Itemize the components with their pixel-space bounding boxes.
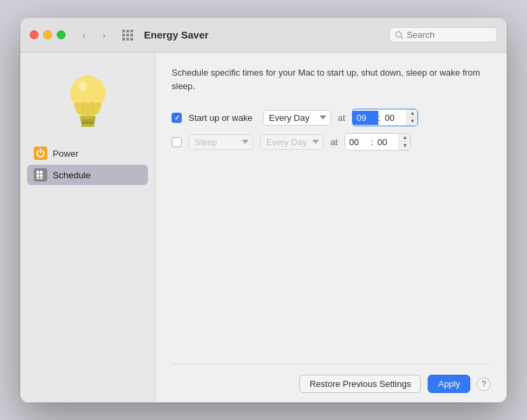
sleep-action-dropdown[interactable]: Sleep Shut Down Restart: [189, 134, 253, 150]
traffic-lights: [30, 30, 66, 39]
svg-rect-4: [80, 116, 96, 119]
svg-point-0: [396, 32, 401, 37]
startup-checkbox[interactable]: [172, 113, 182, 123]
sleep-time-increment[interactable]: ▲: [399, 134, 410, 142]
window-title: Energy Saver: [144, 29, 382, 41]
startup-row: Start up or wake Every Day Weekdays Week…: [172, 109, 491, 126]
energy-saver-window: ‹ › Energy Saver: [20, 18, 507, 402]
svg-line-1: [401, 36, 403, 38]
restore-button[interactable]: Restore Previous Settings: [299, 375, 421, 393]
sleep-minutes-input[interactable]: [373, 135, 399, 149]
svg-point-11: [78, 81, 86, 92]
close-button[interactable]: [30, 30, 39, 39]
svg-rect-12: [36, 171, 39, 174]
schedule-rows: Start up or wake Every Day Weekdays Week…: [172, 109, 491, 151]
search-box[interactable]: [389, 27, 497, 43]
apply-button[interactable]: Apply: [428, 375, 470, 393]
energy-saver-icon: [57, 68, 118, 128]
search-input[interactable]: [407, 30, 481, 40]
minimize-button[interactable]: [43, 30, 52, 39]
panel-description: Schedule specific times for your Mac to …: [172, 66, 491, 93]
svg-rect-7: [81, 124, 95, 127]
sidebar-item-schedule[interactable]: Schedule: [27, 165, 148, 185]
maximize-button[interactable]: [57, 30, 66, 39]
power-icon: [34, 147, 47, 160]
sidebar: Power Schedule: [20, 53, 155, 402]
sleep-time-stepper: ▲ ▼: [399, 134, 410, 150]
sidebar-item-power[interactable]: Power: [27, 143, 148, 163]
svg-rect-13: [40, 171, 43, 174]
bottom-bar: Restore Previous Settings Apply ?: [172, 363, 491, 393]
svg-rect-15: [40, 174, 43, 177]
sidebar-item-power-label: Power: [53, 149, 78, 159]
startup-hours-input[interactable]: [353, 111, 378, 125]
sleep-time-decrement[interactable]: ▼: [399, 142, 410, 150]
help-button[interactable]: ?: [477, 377, 491, 391]
startup-at-label: at: [338, 113, 345, 123]
search-icon: [395, 31, 403, 39]
nav-buttons: ‹ ›: [75, 28, 113, 42]
startup-day-dropdown[interactable]: Every Day Weekdays Weekends Monday Tuesd…: [263, 110, 331, 126]
main-content: Power Schedule: [20, 53, 507, 402]
titlebar: ‹ › Energy Saver: [20, 18, 507, 53]
startup-label: Start up or wake: [189, 113, 256, 123]
sleep-at-label: at: [330, 137, 338, 147]
sleep-hours-input[interactable]: [345, 135, 371, 149]
sidebar-item-schedule-label: Schedule: [53, 170, 91, 180]
startup-minutes-input[interactable]: [380, 111, 406, 125]
sidebar-nav: Power Schedule: [27, 143, 148, 185]
startup-time-increment[interactable]: ▲: [407, 109, 418, 117]
schedule-icon: [34, 168, 47, 182]
sleep-day-dropdown[interactable]: Every Day Weekdays Weekends: [260, 134, 324, 150]
schedule-panel: Schedule specific times for your Mac to …: [155, 53, 507, 402]
sleep-checkbox[interactable]: [172, 137, 182, 147]
startup-time-stepper: ▲ ▼: [406, 109, 418, 126]
back-button[interactable]: ‹: [75, 28, 93, 42]
svg-rect-16: [36, 178, 39, 179]
sleep-row: Sleep Shut Down Restart Every Day Weekda…: [172, 133, 491, 151]
svg-rect-5: [80, 119, 95, 122]
forward-button[interactable]: ›: [95, 28, 113, 42]
startup-time-field: : ▲ ▼: [352, 109, 419, 126]
startup-checkbox-area: [172, 113, 182, 123]
sleep-time-field: : ▲ ▼: [345, 133, 411, 151]
app-icon-area: [57, 68, 118, 128]
apps-grid-icon[interactable]: [122, 30, 133, 41]
startup-time-decrement[interactable]: ▼: [407, 117, 418, 126]
svg-rect-14: [36, 174, 39, 177]
sleep-checkbox-area: [172, 137, 182, 147]
svg-rect-6: [81, 122, 95, 124]
svg-rect-17: [40, 178, 43, 179]
